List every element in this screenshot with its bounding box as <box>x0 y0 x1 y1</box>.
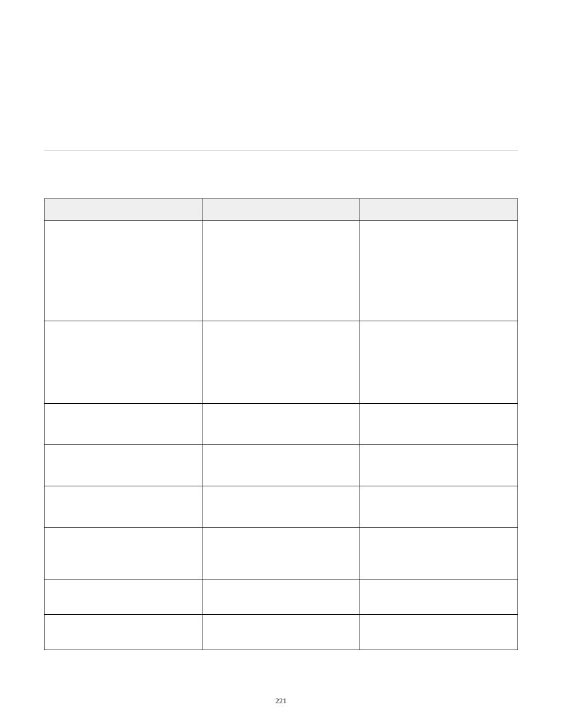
table-row <box>45 615 518 650</box>
table-cell <box>45 445 203 486</box>
document-page <box>0 0 562 686</box>
table-cell <box>45 321 203 404</box>
table-cell <box>360 221 518 321</box>
table-cell <box>360 615 518 650</box>
table-cell <box>360 445 518 486</box>
table-cell <box>360 579 518 615</box>
table-row <box>45 404 518 445</box>
table-cell <box>45 486 203 528</box>
table-cell <box>45 404 203 445</box>
table-header-cell <box>202 199 360 221</box>
table-cell <box>360 404 518 445</box>
table-cell <box>202 321 360 404</box>
table-row <box>45 445 518 486</box>
table-cell <box>202 404 360 445</box>
table-row <box>45 221 518 321</box>
table-cell <box>202 486 360 528</box>
table-header-cell <box>45 199 203 221</box>
data-table <box>44 198 518 650</box>
table-row <box>45 486 518 528</box>
table-cell <box>202 579 360 615</box>
table-cell <box>360 321 518 404</box>
table-row <box>45 528 518 579</box>
table-cell <box>202 528 360 579</box>
header-divider <box>44 150 518 151</box>
table-cell <box>45 528 203 579</box>
table-cell <box>202 615 360 650</box>
table-cell <box>45 221 203 321</box>
table-cell <box>45 579 203 615</box>
table-header-row <box>45 199 518 221</box>
table-cell <box>360 528 518 579</box>
table-cell <box>202 221 360 321</box>
page-number: 221 <box>0 696 562 706</box>
table-row <box>45 321 518 404</box>
table-cell <box>45 615 203 650</box>
table-cell <box>202 445 360 486</box>
table-header-cell <box>360 199 518 221</box>
table-cell <box>360 486 518 528</box>
table-row <box>45 579 518 615</box>
